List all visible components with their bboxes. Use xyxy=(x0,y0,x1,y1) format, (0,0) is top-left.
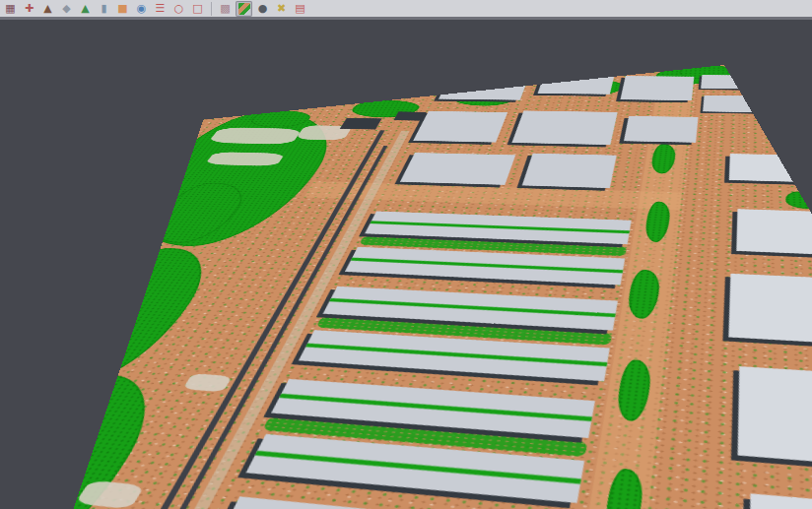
vegetation-area xyxy=(29,246,226,384)
point-cloud-icon[interactable]: ◆ xyxy=(58,1,75,17)
shed-building xyxy=(703,95,761,112)
dense-cloud-icon[interactable]: ● xyxy=(254,1,271,17)
building xyxy=(624,116,698,143)
markers-icon[interactable]: ✚ xyxy=(21,1,37,17)
vegetation-area xyxy=(785,191,812,210)
building xyxy=(538,72,616,94)
toolbar-separator xyxy=(211,2,212,16)
filter-points-icon[interactable]: ▩ xyxy=(217,1,234,17)
update-icon[interactable]: ◉ xyxy=(133,1,150,17)
texture-icon[interactable]: ▮ xyxy=(96,1,112,17)
building xyxy=(620,76,694,100)
bare-patch xyxy=(208,127,303,145)
viewport-3d[interactable] xyxy=(0,23,812,509)
industrial-hall xyxy=(750,493,812,509)
bare-patch xyxy=(182,373,232,392)
industrial-hall xyxy=(738,366,812,473)
terrain-model xyxy=(18,65,812,509)
measure-icon[interactable]: ✖ xyxy=(273,1,290,17)
application-window: ▦✚▲◆▲▮■◉☰○□▩●✖▤ xyxy=(0,0,812,509)
shadowed-structure xyxy=(393,111,426,120)
open-project-icon[interactable]: ▦ xyxy=(2,1,19,17)
terrain-icon[interactable]: ▲ xyxy=(39,1,56,17)
warehouse-building xyxy=(217,496,573,509)
classified-point-cloud xyxy=(18,65,812,509)
building xyxy=(413,111,508,143)
circle-select-icon[interactable]: ○ xyxy=(170,1,187,17)
bare-patch xyxy=(205,152,286,166)
building xyxy=(511,110,617,145)
industrial-hall xyxy=(729,154,812,182)
crop-region-icon[interactable]: □ xyxy=(189,1,206,17)
classes-list-icon[interactable]: ☰ xyxy=(152,1,169,17)
building xyxy=(439,75,529,100)
shed-building xyxy=(701,75,749,89)
orthophoto-icon[interactable]: ■ xyxy=(114,1,131,17)
shadowed-structure xyxy=(340,118,382,130)
classification-swatch-icon xyxy=(238,3,250,15)
industrial-hall xyxy=(736,209,812,256)
dem-icon[interactable]: ▲ xyxy=(77,1,94,17)
main-toolbar: ▦✚▲◆▲▮■◉☰○□▩●✖▤ xyxy=(0,0,812,20)
industrial-hall xyxy=(728,274,812,347)
layers-icon[interactable]: ▤ xyxy=(292,1,308,17)
building xyxy=(522,154,617,188)
classification-view-icon[interactable] xyxy=(236,1,252,17)
building xyxy=(400,153,515,185)
